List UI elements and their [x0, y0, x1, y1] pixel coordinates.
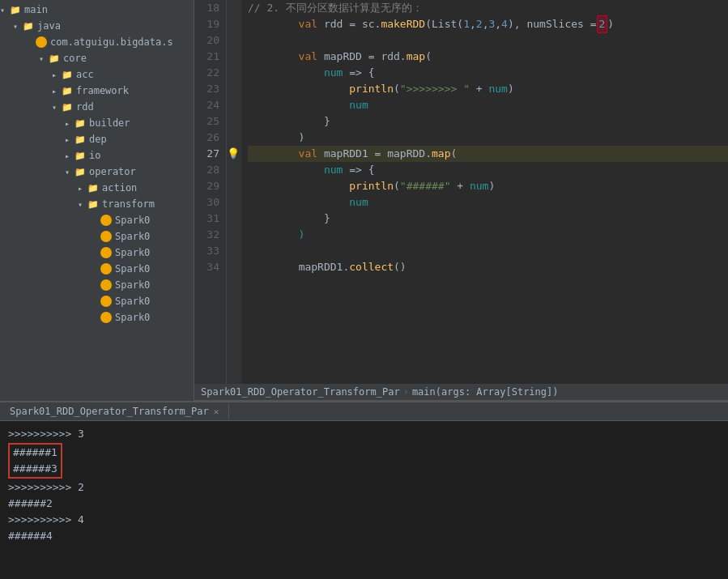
code-text: } [248, 211, 330, 227]
file-icon [100, 215, 112, 226]
sidebar-item-spark05[interactable]: Spark0 [0, 277, 194, 293]
terminal-line: ######1 [13, 445, 57, 461]
num2: 2 [476, 16, 483, 32]
code-line: val mapRDD1 = mapRDD.map( [248, 146, 728, 162]
code-text [248, 178, 349, 194]
sidebar-item-operator[interactable]: operator [0, 164, 194, 180]
line-number: 22 [201, 65, 219, 81]
item-label: Spark0 [115, 263, 150, 275]
sidebar-item-main[interactable]: main [0, 2, 194, 18]
sidebar-item-spark06[interactable]: Spark0 [0, 293, 194, 309]
sidebar-item-dep[interactable]: dep [0, 131, 194, 147]
var-num: num [349, 97, 368, 113]
code-line: ) [248, 227, 728, 243]
kw-val: val [248, 146, 324, 162]
code-text [248, 65, 324, 81]
code-text: , [483, 16, 489, 32]
code-text [248, 162, 324, 178]
num-2: 2 [599, 18, 606, 30]
terminal-tab-item[interactable]: Spark01_RDD_Operator_Transform_Par ✕ [0, 404, 229, 419]
line-number: 29 [201, 178, 219, 194]
code-text: ( [425, 49, 432, 65]
item-label: acc [76, 69, 94, 80]
line-number: 23 [201, 81, 219, 97]
code-text: ) [607, 16, 614, 32]
kw-val: val [248, 16, 324, 32]
code-text: } [248, 113, 330, 130]
code-lines[interactable]: // 2. 不同分区数据计算是无序的： val rdd = sc.makeRDD… [241, 0, 728, 384]
sidebar-item-builder[interactable]: builder [0, 115, 194, 131]
sidebar-item-framework[interactable]: framework [0, 83, 194, 99]
code-text [248, 194, 349, 211]
sidebar-item-spark03[interactable]: Spark0 [0, 245, 194, 261]
terminal-line: ######4 [8, 528, 720, 544]
code-text [248, 81, 349, 97]
highlighted-output-block: ######1######3 [8, 443, 62, 479]
breadcrumb-method: main(args: Array[String]) [412, 386, 559, 398]
var-rdd: rdd [324, 16, 349, 32]
main-area: main java com.atguigu.bigdata.s core acc… [0, 0, 728, 401]
terminal-tab-label: Spark01_RDD_Operator_Transform_Par [10, 406, 209, 417]
code-text [248, 259, 299, 275]
item-label: io [89, 150, 100, 161]
sidebar-item-acc[interactable]: acc [0, 66, 194, 83]
sidebar-item-rdd[interactable]: rdd [0, 99, 194, 115]
item-label: operator [89, 166, 136, 177]
num1: 1 [463, 16, 470, 32]
folder-icon [75, 150, 86, 161]
arrow-icon [52, 103, 62, 112]
sidebar-item-action[interactable]: action [0, 180, 194, 196]
item-label: builder [89, 117, 130, 129]
item-label: core [63, 53, 87, 64]
line-numbers: 1819202122232425262728293031323334 [194, 0, 227, 384]
terminal-close-btn[interactable]: ✕ [214, 407, 219, 417]
breadcrumb-sep: › [403, 386, 409, 398]
item-label: Spark0 [115, 247, 150, 258]
code-text: ) [488, 178, 495, 194]
highlight-numslices: 2 [597, 15, 608, 33]
var-num2: num [470, 178, 488, 194]
terminal-content: >>>>>>>>>> 3######1######3>>>>>>>>>> 2##… [0, 421, 728, 579]
line-number: 28 [201, 162, 219, 178]
code-text: ) [508, 81, 514, 97]
gutter: 💡 [227, 0, 241, 384]
type-list: List [432, 16, 457, 32]
terminal-line: >>>>>>>>>> 4 [8, 512, 720, 528]
file-icon [100, 247, 112, 258]
sidebar-item-core[interactable]: core [0, 50, 194, 66]
op-assign: = [590, 16, 597, 32]
var-num: num [488, 81, 507, 97]
terminal-line: ######3 [13, 461, 57, 477]
op-eq: = [349, 16, 362, 32]
code-line: } [248, 211, 728, 227]
folder-icon [62, 69, 73, 80]
sidebar-item-java[interactable]: java [0, 18, 194, 34]
sidebar-item-com[interactable]: com.atguigu.bigdata.s [0, 34, 194, 50]
sidebar-item-spark02[interactable]: Spark0 [0, 228, 194, 245]
fn-makeRDD: makeRDD [381, 16, 425, 32]
line-number: 26 [201, 130, 219, 146]
code-text: + [450, 178, 469, 194]
arrow-icon [65, 151, 75, 160]
sidebar-item-transform[interactable]: transform [0, 196, 194, 212]
code-line: mapRDD1.collect() [248, 259, 728, 275]
item-label: framework [76, 85, 129, 96]
sidebar-item-io[interactable]: io [0, 147, 194, 164]
line-number: 34 [201, 259, 219, 275]
code-line: val rdd = sc.makeRDD(List(1,2,3,4), numS… [248, 16, 728, 32]
line-number: 32 [201, 227, 219, 243]
gutter-bulb[interactable]: 💡 [227, 146, 240, 162]
code-line: num [248, 97, 728, 113]
num3: 3 [488, 16, 495, 32]
code-line [248, 32, 728, 49]
code-line: num => { [248, 162, 728, 178]
sidebar-item-spark07[interactable]: Spark0 [0, 309, 194, 326]
arrow-icon [78, 184, 87, 193]
sidebar-item-spark01[interactable]: Spark0 [0, 212, 194, 228]
arrow-icon [65, 119, 75, 128]
code-text: () [394, 259, 407, 275]
sidebar-item-spark04[interactable]: Spark0 [0, 261, 194, 277]
code-text: ( [394, 81, 400, 97]
file-icon [100, 279, 112, 291]
code-line: println(">>>>>>>> " + num) [248, 81, 728, 97]
